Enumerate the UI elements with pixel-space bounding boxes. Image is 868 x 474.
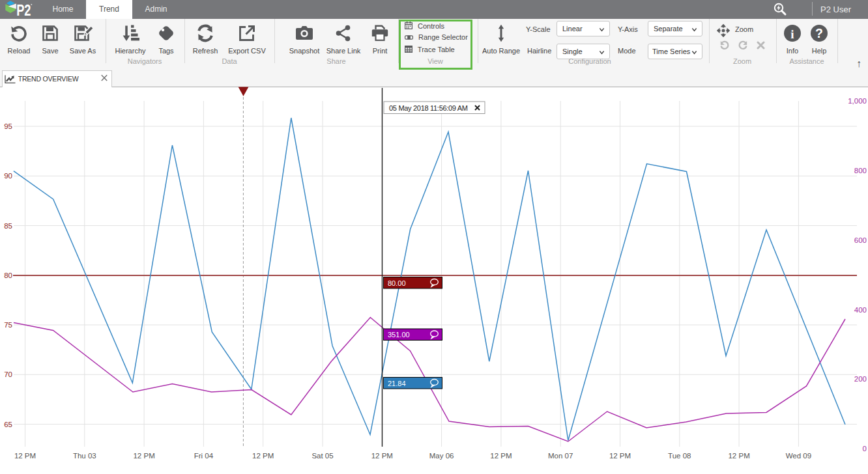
svg-text:Fri 04: Fri 04: [194, 452, 214, 460]
svg-text:12 PM: 12 PM: [371, 452, 393, 460]
svg-text:400: 400: [854, 306, 867, 314]
svg-text:Wed 09: Wed 09: [786, 452, 811, 460]
svg-text:0: 0: [863, 445, 867, 453]
svg-text:i: i: [790, 27, 794, 41]
svg-text:75: 75: [4, 321, 12, 329]
svg-text:95: 95: [4, 122, 12, 130]
svg-text:12 PM: 12 PM: [609, 452, 631, 460]
svg-text:12 PM: 12 PM: [133, 452, 154, 460]
svg-text:800: 800: [854, 167, 867, 174]
svg-text:Sat 05: Sat 05: [311, 452, 333, 460]
svg-text:Mon 07: Mon 07: [548, 452, 573, 460]
svg-text:Tue 08: Tue 08: [668, 452, 691, 460]
svg-text:351.00: 351.00: [388, 331, 410, 339]
svg-text:65: 65: [4, 421, 12, 428]
svg-text:70: 70: [4, 370, 12, 378]
svg-text:May 06: May 06: [429, 452, 454, 460]
svg-text:?: ?: [815, 26, 823, 40]
svg-text:1,000: 1,000: [848, 97, 867, 105]
svg-text:80: 80: [4, 272, 12, 279]
svg-text:12 PM: 12 PM: [728, 452, 749, 460]
svg-text:85: 85: [4, 222, 12, 230]
svg-text:600: 600: [854, 236, 867, 244]
svg-text:05 May 2018 11:56:09 AM: 05 May 2018 11:56:09 AM: [389, 104, 468, 112]
svg-text:12 PM: 12 PM: [14, 452, 36, 460]
svg-text:P2: P2: [16, 1, 31, 17]
svg-text:12 PM: 12 PM: [252, 452, 274, 460]
svg-text:12 PM: 12 PM: [490, 452, 512, 460]
svg-text:90: 90: [4, 172, 12, 180]
svg-text:200: 200: [854, 375, 867, 383]
svg-text:80.00: 80.00: [388, 279, 406, 287]
svg-text:Thu 03: Thu 03: [73, 452, 96, 460]
svg-text:21.84: 21.84: [388, 380, 406, 387]
